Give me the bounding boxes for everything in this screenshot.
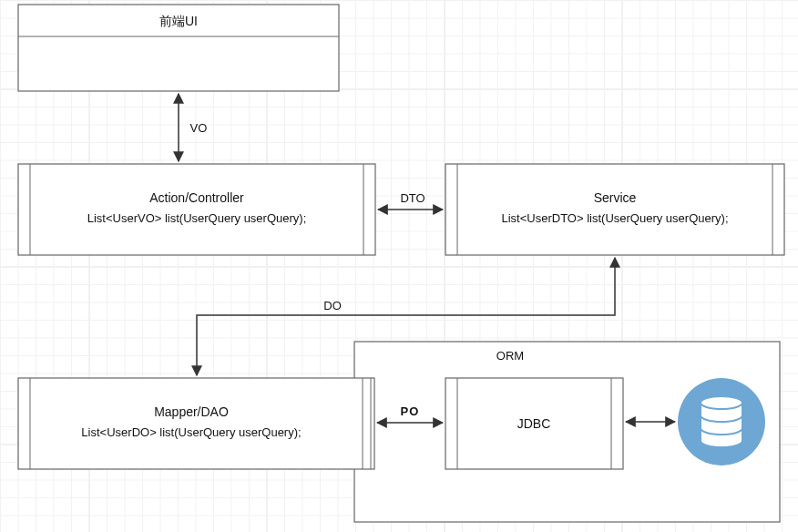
svg-rect-9 — [18, 378, 374, 469]
database-icon — [678, 378, 765, 466]
dao-sub: List<UserDO> list(UserQuery userQuery); — [81, 425, 301, 439]
node-controller: Action/Controller List<UserVO> list(User… — [18, 164, 375, 255]
node-dao: Mapper/DAO List<UserDO> list(UserQuery u… — [18, 378, 374, 469]
service-sub: List<UserDTO> list(UserQuery userQuery); — [502, 211, 729, 225]
controller-title: Action/Controller — [149, 190, 244, 205]
service-title: Service — [594, 190, 637, 205]
orm-label: ORM — [496, 349, 524, 363]
svg-rect-2 — [18, 164, 375, 255]
node-service: Service List<UserDTO> list(UserQuery use… — [445, 164, 784, 255]
edge-dto-label: DTO — [400, 191, 425, 205]
edge-vo-label: VO — [190, 121, 208, 135]
dao-title: Mapper/DAO — [154, 404, 229, 419]
edge-do-label: DO — [323, 299, 342, 312]
svg-rect-5 — [445, 164, 784, 255]
edge-po-label: PO — [401, 404, 420, 418]
node-frontend: 前端UI — [18, 5, 339, 91]
controller-sub: List<UserVO> list(UserQuery userQuery); — [87, 211, 307, 225]
frontend-title: 前端UI — [159, 14, 198, 28]
jdbc-title: JDBC — [517, 416, 551, 431]
node-jdbc: JDBC — [445, 378, 623, 469]
